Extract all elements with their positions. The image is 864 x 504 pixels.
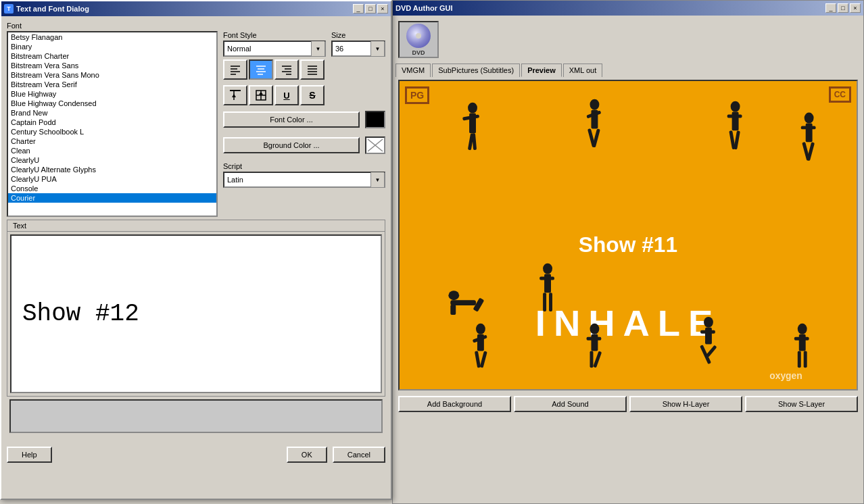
svg-rect-42	[705, 328, 712, 345]
dialog-title-text: Text and Font Dialog	[16, 5, 89, 13]
font-item-bcharter[interactable]: Bitstream Charter	[8, 51, 216, 61]
font-item-clearlyupua[interactable]: ClearlyU PUA	[8, 174, 216, 184]
font-item-binary[interactable]: Binary	[8, 42, 216, 51]
svg-rect-34	[475, 351, 481, 368]
dialog-titlebar: T Text and Font Dialog _ □ ×	[1, 1, 391, 16]
svg-point-41	[704, 317, 713, 328]
font-item-bvserif[interactable]: Bitstream Vera Serif	[8, 80, 216, 89]
font-list[interactable]: Betsy Flanagan Binary Bitstream Charter …	[7, 31, 218, 217]
font-style-size-row: Betsy Flanagan Binary Bitstream Charter …	[7, 31, 385, 217]
font-item-clean[interactable]: Clean	[8, 146, 216, 155]
text-format-buttons-row: U S	[223, 85, 385, 105]
svg-text:Show #11: Show #11	[579, 232, 677, 257]
svg-rect-14	[734, 130, 740, 149]
svg-point-5	[590, 99, 599, 110]
font-style-dropdown[interactable]: Normal ▼	[223, 41, 326, 57]
maximize-button[interactable]: □	[838, 3, 848, 13]
dialog-minimize-button[interactable]: _	[353, 4, 364, 14]
font-size-dropdown[interactable]: 36 ▼	[331, 41, 385, 57]
style-size-container: Font Style Normal ▼ Size 36 ▼	[223, 31, 385, 217]
font-item-clearlyualt[interactable]: ClearlyU Alternate Glyphs	[8, 165, 216, 174]
add-background-button[interactable]: Add Background	[398, 396, 511, 412]
tab-xmlout[interactable]: XML out	[563, 64, 603, 77]
font-item-courier[interactable]: Courier	[8, 193, 216, 203]
vert-center-button[interactable]	[249, 85, 273, 105]
svg-text:INHALE: INHALE	[535, 303, 721, 344]
style-size-row: Font Style Normal ▼ Size 36 ▼	[223, 31, 385, 57]
font-item-bvsansmono[interactable]: Bitstream Vera Sans Mono	[8, 70, 216, 80]
font-item-clearlyu[interactable]: ClearlyU	[8, 155, 216, 165]
tab-preview[interactable]: Preview	[521, 64, 562, 77]
svg-point-24	[543, 263, 552, 274]
dialog-title: T Text and Font Dialog	[4, 4, 89, 14]
tabs-bar: VMGM SubPictures (Subtitles) Preview XML…	[393, 64, 863, 77]
font-item-charter[interactable]: Charter	[8, 136, 216, 146]
ok-button[interactable]: OK	[287, 447, 327, 463]
font-color-button[interactable]: Font Color ...	[223, 111, 360, 128]
svg-rect-9	[592, 128, 600, 147]
svg-rect-49	[798, 351, 801, 368]
svg-rect-17	[801, 126, 816, 129]
show-s-layer-button[interactable]: Show S-Layer	[745, 396, 858, 412]
svg-text:oxygen: oxygen	[769, 370, 802, 381]
svg-point-46	[798, 324, 807, 334]
minimize-button[interactable]: _	[825, 3, 836, 13]
font-style-arrow[interactable]: ▼	[311, 41, 325, 56]
text-group-label: Text	[7, 220, 385, 232]
svg-rect-23	[450, 305, 456, 315]
svg-rect-48	[794, 337, 809, 341]
dialog-footer: Help OK Cancel	[1, 441, 391, 468]
main-app-titlebar: DVD Author GUI _ □ ×	[393, 1, 863, 16]
align-justify-button[interactable]	[300, 59, 325, 80]
dialog-content: Font Betsy Flanagan Binary Bitstream Cha…	[1, 16, 391, 438]
font-color-swatch[interactable]	[365, 111, 385, 128]
font-item-bluehighwaycond[interactable]: Blue Highway Condensed	[8, 99, 216, 108]
svg-point-0	[468, 103, 477, 114]
bg-color-swatch[interactable]	[365, 136, 385, 154]
font-item-centuryschoolbook[interactable]: Century Schoolbook L	[8, 127, 216, 136]
script-arrow[interactable]: ▼	[370, 172, 384, 187]
main-app-title: DVD Author GUI	[395, 4, 453, 12]
align-right-button[interactable]	[274, 59, 299, 80]
font-size-arrow[interactable]: ▼	[370, 41, 384, 56]
text-preview-area[interactable]: Show #12	[10, 234, 382, 393]
dialog-close-button[interactable]: ×	[377, 4, 388, 14]
text-group: Text Show #12	[7, 220, 385, 397]
font-style-section: Font Style Normal ▼	[223, 31, 326, 57]
svg-marker-70	[232, 94, 236, 97]
font-item-brandnew[interactable]: Brand New	[8, 108, 216, 118]
svg-rect-43	[700, 330, 715, 334]
add-sound-button[interactable]: Add Sound	[514, 396, 627, 412]
tab-vmgm[interactable]: VMGM	[395, 64, 431, 77]
underline-button[interactable]: U	[274, 85, 299, 105]
show-h-layer-button[interactable]: Show H-Layer	[629, 396, 742, 412]
script-dropdown[interactable]: Latin ▼	[223, 172, 385, 188]
preview-content: PG CC	[400, 81, 857, 389]
strikethrough-button[interactable]: S	[300, 85, 325, 105]
dialog-maximize-button[interactable]: □	[365, 4, 376, 14]
bg-color-button[interactable]: Bground Color ...	[223, 137, 360, 153]
font-item-console[interactable]: Console	[8, 184, 216, 193]
dialog-titlebar-buttons: _ □ ×	[353, 4, 388, 14]
font-item-bvsans[interactable]: Bitstream Vera Sans	[8, 61, 216, 70]
font-item-betsy[interactable]: Betsy Flanagan	[8, 32, 216, 42]
close-button[interactable]: ×	[850, 3, 861, 13]
align-left-button[interactable]	[223, 59, 247, 80]
font-item-bluehighway[interactable]: Blue Highway	[8, 89, 216, 99]
text-font-dialog: T Text and Font Dialog _ □ × Font Betsy …	[0, 0, 392, 500]
align-center-button[interactable]	[249, 59, 273, 80]
help-button[interactable]: Help	[7, 447, 52, 463]
main-app-titlebar-buttons: _ □ ×	[825, 3, 861, 13]
svg-rect-12	[727, 115, 742, 118]
font-size-label: Size	[331, 31, 385, 39]
svg-rect-47	[799, 334, 806, 351]
dvd-logo: DVD	[398, 21, 439, 58]
vert-top-button[interactable]	[223, 85, 247, 105]
main-app-window: DVD Author GUI _ □ × DVD VMGM SubPicture…	[392, 0, 864, 504]
cancel-button[interactable]: Cancel	[333, 447, 385, 463]
tab-subpictures[interactable]: SubPictures (Subtitles)	[432, 64, 520, 77]
svg-rect-37	[591, 334, 598, 351]
font-item-captainpodd[interactable]: Captain Podd	[8, 118, 216, 127]
svg-rect-45	[706, 345, 717, 357]
preview-area: PG CC	[398, 80, 858, 390]
